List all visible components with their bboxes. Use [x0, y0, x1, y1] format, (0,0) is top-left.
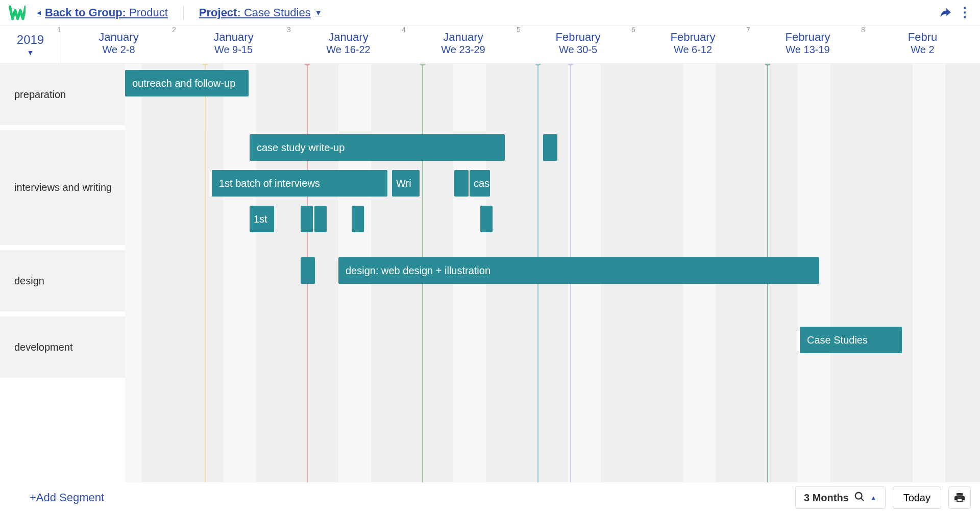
gantt-bar[interactable]: Case Studies — [800, 327, 902, 353]
gantt-bar[interactable]: cas — [470, 170, 490, 197]
gantt-chart[interactable]: outreach and follow-upcase study write-u… — [125, 64, 980, 482]
svg-line-1 — [861, 498, 864, 501]
zoom-selector[interactable]: 3 Months ▲ — [795, 486, 886, 509]
week-column[interactable]: 7 February We 13-19 — [750, 26, 865, 63]
gantt-bar[interactable]: 1st — [250, 206, 274, 232]
week-range: We 16-22 — [291, 44, 406, 56]
gantt-bar[interactable]: design: web design + illustration — [338, 257, 819, 284]
week-column[interactable]: 6 February We 6-12 — [635, 26, 750, 63]
week-column[interactable]: 4 January We 23-29 — [406, 26, 521, 63]
zoom-label: 3 Months — [804, 492, 849, 504]
breadcrumb: ◂ Back to Group: Product Project: Case S… — [37, 6, 322, 20]
calendar-header: 2019 ▼ 1 January We 2-82 January We 9-15… — [0, 26, 980, 64]
today-button[interactable]: Today — [893, 486, 941, 509]
lane-interviewsandwriting: case study write-up1st batch of intervie… — [125, 130, 980, 250]
week-month: January — [406, 31, 521, 44]
topbar: ◂ Back to Group: Product Project: Case S… — [0, 0, 980, 26]
gantt-bar[interactable] — [480, 206, 493, 232]
week-number: 1 — [57, 26, 61, 34]
gantt-bar[interactable]: Wri — [392, 170, 420, 197]
lane-design: design: web design + illustration — [125, 250, 980, 316]
gantt-bar[interactable] — [301, 257, 315, 284]
year-selector[interactable]: 2019 ▼ — [0, 26, 61, 63]
add-segment-button[interactable]: +Add Segment — [9, 491, 104, 504]
week-number: 3 — [287, 26, 291, 34]
gantt-bar[interactable] — [454, 170, 469, 197]
back-tail: Product — [126, 6, 168, 19]
week-month: January — [61, 31, 176, 44]
chevron-left-icon: ◂ — [37, 8, 41, 17]
week-month: Febru — [865, 31, 980, 44]
chevron-up-icon: ▲ — [870, 494, 877, 502]
week-number: 4 — [402, 26, 406, 34]
gantt-bar[interactable]: 1st batch of interviews — [212, 170, 387, 197]
chevron-down-icon: ▼ — [27, 48, 34, 57]
project-lead: Project: — [199, 6, 241, 19]
more-menu-icon[interactable]: ⋮ — [958, 6, 972, 20]
week-column[interactable]: 2 January We 9-15 — [176, 26, 291, 63]
breadcrumb-separator — [183, 6, 184, 20]
week-number: 2 — [172, 26, 176, 34]
segment-row-interviewsandwriting[interactable]: interviews and writing — [0, 130, 125, 250]
week-number: 6 — [631, 26, 635, 34]
week-month: January — [291, 31, 406, 44]
print-button[interactable] — [948, 486, 971, 509]
week-range: We 13-19 — [750, 44, 865, 56]
svg-point-0 — [855, 492, 862, 499]
gantt-bar[interactable] — [352, 206, 364, 232]
year-label: 2019 — [17, 33, 44, 47]
segments-column: preparationinterviews and writingdesignd… — [0, 64, 125, 482]
share-icon[interactable] — [938, 6, 952, 20]
segment-row-development[interactable]: development — [0, 316, 125, 383]
project-tail: Case Studies — [241, 6, 311, 19]
week-range: We 30-5 — [521, 44, 635, 56]
gantt-bar[interactable] — [543, 134, 557, 161]
gantt-bar[interactable] — [301, 206, 313, 232]
segment-row-design[interactable]: design — [0, 250, 125, 316]
week-month: February — [750, 31, 865, 44]
back-lead: Back to Group: — [45, 6, 126, 19]
lane-preparation: outreach and follow-up — [125, 64, 980, 130]
week-number: 5 — [517, 26, 521, 34]
week-month: February — [521, 31, 635, 44]
weeks-header: 1 January We 2-82 January We 9-153 Janua… — [61, 26, 980, 63]
project-dropdown[interactable]: Project: Case Studies ▼ — [199, 6, 322, 19]
bottombar: +Add Segment 3 Months ▲ Today — [0, 482, 980, 513]
back-to-group-link[interactable]: ◂ Back to Group: Product — [37, 6, 168, 19]
magnifier-icon — [854, 491, 865, 505]
week-range: We 9-15 — [176, 44, 291, 56]
week-column[interactable]: 8 Febru We 2 — [865, 26, 980, 63]
lane-development: Case Studies — [125, 316, 980, 383]
week-column[interactable]: 3 January We 16-22 — [291, 26, 406, 63]
week-range: We 2-8 — [61, 44, 176, 56]
gantt-bar[interactable] — [314, 206, 327, 232]
chevron-down-icon: ▼ — [315, 9, 322, 17]
app-logo[interactable] — [8, 4, 26, 21]
week-column[interactable]: 1 January We 2-8 — [61, 26, 176, 63]
week-range: We 2 — [865, 44, 980, 56]
gantt-bar[interactable]: outreach and follow-up — [125, 70, 249, 96]
week-range: We 6-12 — [635, 44, 750, 56]
gantt-bar[interactable]: case study write-up — [250, 134, 505, 161]
timeline-area: preparationinterviews and writingdesignd… — [0, 64, 980, 482]
week-month: January — [176, 31, 291, 44]
week-number: 8 — [861, 26, 865, 34]
week-range: We 23-29 — [406, 44, 521, 56]
segment-row-preparation[interactable]: preparation — [0, 64, 125, 130]
week-number: 7 — [746, 26, 750, 34]
week-month: February — [635, 31, 750, 44]
week-column[interactable]: 5 February We 30-5 — [521, 26, 635, 63]
